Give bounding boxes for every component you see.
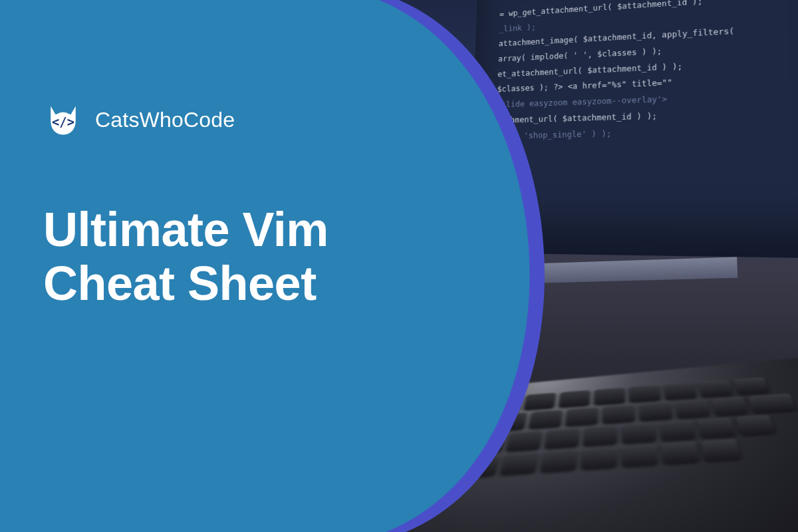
taskbar-icon xyxy=(501,267,513,281)
page-headline: Ultimate Vim Cheat Sheet xyxy=(43,203,329,310)
taskbar-icon xyxy=(458,269,470,282)
taskbar-icon xyxy=(444,269,456,283)
taskbar-icon xyxy=(416,270,428,283)
taskbar-icon xyxy=(402,271,414,283)
brand-name: CatsWhoCode xyxy=(95,108,235,132)
code-editor-screen: = wp_get_attachment_url( $attachment_id … xyxy=(468,0,798,259)
headline-line-1: Ultimate Vim xyxy=(43,203,329,256)
hero-content: </> CatsWhoCode Ultimate Vim Cheat Sheet xyxy=(43,100,329,310)
cat-code-logo-icon: </> xyxy=(43,100,83,140)
taskbar-icon xyxy=(486,268,499,281)
taskbar-icon xyxy=(430,270,442,283)
taskbar-icon xyxy=(471,269,484,282)
os-taskbar xyxy=(398,257,737,287)
brand-lockup: </> CatsWhoCode xyxy=(43,100,329,140)
laptop-photo-backdrop: = wp_get_attachment_url( $attachment_id … xyxy=(386,0,798,532)
laptop-keyboard xyxy=(350,374,798,532)
headline-line-2: Cheat Sheet xyxy=(43,257,317,310)
svg-text:</>: </> xyxy=(52,115,74,129)
